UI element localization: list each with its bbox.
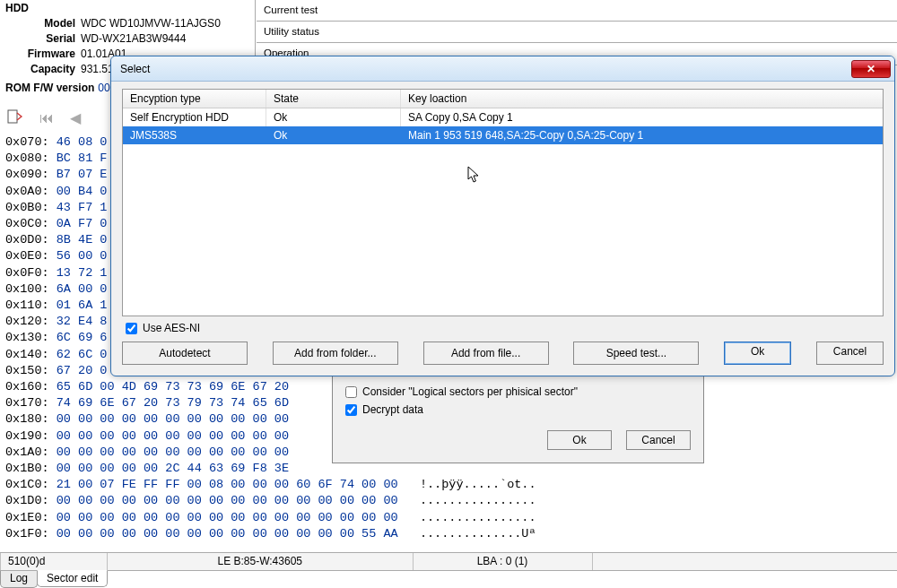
ok-button[interactable]: Ok xyxy=(724,342,791,365)
status-mid: LE B:85-W:43605 xyxy=(108,553,414,570)
col-key-location[interactable]: Key loaction xyxy=(401,90,883,108)
hdd-title: HDD xyxy=(5,2,249,14)
bottom-tabs: Log Sector edit xyxy=(0,570,897,588)
select-dialog: Select ✕ Encyption type State Key loacti… xyxy=(110,56,895,376)
mini-toolbar: ⏮ ◀ xyxy=(5,108,81,128)
status-right xyxy=(593,553,898,570)
status-lba: LBA : 0 (1) xyxy=(414,553,593,570)
step-back-icon[interactable]: ◀ xyxy=(70,109,81,126)
consider-lsp-label: Consider "Logical sectors per phisical s… xyxy=(362,385,578,398)
cancel-button[interactable]: Cancel xyxy=(816,342,884,365)
model-label: Model xyxy=(5,16,75,31)
current-test-label: Current test xyxy=(264,4,318,15)
list-item[interactable]: Self Encryption HDDOkSA Copy 0,SA Copy 1 xyxy=(123,108,883,126)
add-file-button[interactable]: Add from file... xyxy=(423,342,549,365)
capacity-label: Capacity xyxy=(5,62,75,77)
svg-rect-0 xyxy=(8,110,17,123)
close-icon: ✕ xyxy=(867,63,875,75)
tab-log[interactable]: Log xyxy=(0,571,38,588)
dialog-titlebar[interactable]: Select ✕ xyxy=(111,56,894,82)
serial-label: Serial xyxy=(5,31,75,47)
decrypt-dialog: Consider "Logical sectors per phisical s… xyxy=(332,372,704,463)
model-row: Model WDC WD10JMVW-11AJGS0 xyxy=(5,16,249,31)
decrypt-data-label: Decrypt data xyxy=(362,403,423,416)
dialog-title: Select xyxy=(120,63,150,75)
capacity-value: 931.51 xyxy=(81,62,114,77)
add-folder-button[interactable]: Add from folder... xyxy=(273,342,398,365)
list-item[interactable]: JMS538SOkMain 1 953 519 648,SA:25-Copy 0… xyxy=(123,126,883,144)
prev-icon[interactable]: ⏮ xyxy=(39,110,54,126)
rom-value: 00 xyxy=(98,81,109,96)
utility-status-label: Utility status xyxy=(264,26,319,37)
use-aesni-label: Use AES-NI xyxy=(143,322,200,334)
col-state[interactable]: State xyxy=(266,90,401,108)
model-value: WDC WD10JMVW-11AJGS0 xyxy=(81,16,221,31)
serial-row: Serial WD-WX21AB3W9444 xyxy=(5,31,249,47)
rom-label: ROM F/W version xyxy=(5,81,94,96)
listview-header[interactable]: Encyption type State Key loaction xyxy=(123,90,883,108)
decrypt-data-checkbox[interactable] xyxy=(345,404,357,416)
close-button[interactable]: ✕ xyxy=(851,60,891,78)
tool-icon-1[interactable] xyxy=(5,108,23,128)
consider-lsp-checkbox[interactable] xyxy=(345,386,357,398)
autodetect-button[interactable]: Autodetect xyxy=(122,342,248,365)
status-bar: 510(0)d LE B:85-W:43605 LBA : 0 (1) xyxy=(0,552,897,570)
under-ok-button[interactable]: Ok xyxy=(547,430,612,450)
speed-test-button[interactable]: Speed test... xyxy=(573,342,699,365)
firmware-label: Firmware xyxy=(5,47,75,62)
under-cancel-button[interactable]: Cancel xyxy=(626,430,691,450)
status-left: 510(0)d xyxy=(0,553,108,570)
serial-value: WD-WX21AB3W9444 xyxy=(81,31,186,47)
col-encryption-type[interactable]: Encyption type xyxy=(123,90,266,108)
encryption-listview[interactable]: Encyption type State Key loaction Self E… xyxy=(122,89,884,316)
use-aesni-checkbox[interactable] xyxy=(126,323,137,334)
tab-sector-edit[interactable]: Sector edit xyxy=(37,570,108,587)
